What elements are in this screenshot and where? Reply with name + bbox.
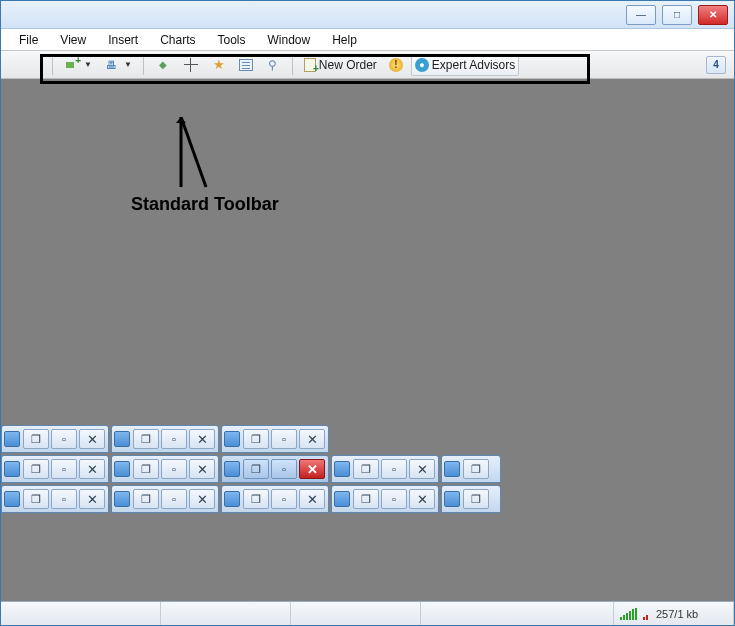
dropdown-icon: ▼ xyxy=(84,60,92,69)
child-minimize-button[interactable]: ▫ xyxy=(271,429,297,449)
strategy-tester-button[interactable]: ⚲ xyxy=(261,54,285,76)
child-minimize-button[interactable]: ▫ xyxy=(51,429,77,449)
child-restore-button[interactable]: ❐ xyxy=(243,459,269,479)
menu-charts[interactable]: Charts xyxy=(150,31,205,49)
toolbar-separator xyxy=(143,55,144,75)
favorites-button[interactable]: ★ xyxy=(207,54,231,76)
child-minimize-button[interactable]: ▫ xyxy=(161,459,187,479)
toolbar-right-badge[interactable]: 4 xyxy=(706,56,726,74)
child-minimize-button[interactable]: ▫ xyxy=(381,459,407,479)
new-order-label: New Order xyxy=(319,58,377,72)
profiles-icon: 🖶 xyxy=(104,57,120,73)
chart-window-icon xyxy=(334,491,350,507)
expert-advisors-label: Expert Advisors xyxy=(432,58,515,72)
new-order-icon xyxy=(304,58,316,72)
menu-file[interactable]: File xyxy=(9,31,48,49)
child-close-button[interactable]: ✕ xyxy=(299,459,325,479)
child-close-button[interactable]: ✕ xyxy=(299,429,325,449)
menu-help[interactable]: Help xyxy=(322,31,367,49)
child-restore-button[interactable]: ❐ xyxy=(463,459,489,479)
child-window[interactable]: ❐ ▫ ✕ xyxy=(221,485,329,513)
mdi-workspace: Standard Toolbar ❐ ▫ ✕ ❐ ▫ ✕ ❐ ▫ ✕ xyxy=(1,79,734,601)
signal-bars-icon xyxy=(620,608,637,620)
child-restore-button[interactable]: ❐ xyxy=(133,429,159,449)
child-restore-button[interactable]: ❐ xyxy=(23,459,49,479)
child-restore-button[interactable]: ❐ xyxy=(23,489,49,509)
child-window[interactable]: ❐ ▫ ✕ xyxy=(221,425,329,453)
maximize-button[interactable]: □ xyxy=(662,5,692,25)
child-window[interactable]: ❐ ▫ ✕ xyxy=(111,455,219,483)
new-order-button[interactable]: New Order xyxy=(300,54,381,76)
auto-trading-button[interactable]: ! xyxy=(385,54,407,76)
child-close-button[interactable]: ✕ xyxy=(79,489,105,509)
close-button[interactable]: ✕ xyxy=(698,5,728,25)
child-minimize-button[interactable]: ▫ xyxy=(161,489,187,509)
chart-window-icon xyxy=(444,461,460,477)
child-close-button[interactable]: ✕ xyxy=(299,489,325,509)
annotation-label: Standard Toolbar xyxy=(131,194,279,215)
market-watch-button[interactable] xyxy=(151,54,175,76)
child-minimize-button[interactable]: ▫ xyxy=(271,459,297,479)
statusbar-cell xyxy=(291,602,421,625)
crosshair-icon xyxy=(183,57,199,73)
child-restore-button[interactable]: ❐ xyxy=(133,489,159,509)
profiles-button[interactable]: 🖶 ▼ xyxy=(100,54,136,76)
expert-advisors-icon: ● xyxy=(415,58,429,72)
child-window[interactable]: ❐ ▫ ✕ xyxy=(111,485,219,513)
menubar: File View Insert Charts Tools Window Hel… xyxy=(1,29,734,51)
annotation-leader-line xyxy=(176,117,216,197)
svg-line-1 xyxy=(181,117,206,187)
child-window[interactable]: ❐ ▫ ✕ xyxy=(1,485,109,513)
child-window-active[interactable]: ❐ ▫ ✕ xyxy=(221,455,329,483)
child-close-button[interactable]: ✕ xyxy=(79,429,105,449)
statusbar-cell xyxy=(1,602,161,625)
menu-window[interactable]: Window xyxy=(258,31,321,49)
child-restore-button[interactable]: ❐ xyxy=(243,489,269,509)
child-window[interactable]: ❐ ▫ ✕ xyxy=(1,455,109,483)
chart-window-icon xyxy=(114,431,130,447)
child-window[interactable]: ❐ xyxy=(441,455,501,483)
menu-insert[interactable]: Insert xyxy=(98,31,148,49)
child-close-button[interactable]: ✕ xyxy=(189,429,215,449)
menu-view[interactable]: View xyxy=(50,31,96,49)
child-restore-button[interactable]: ❐ xyxy=(463,489,489,509)
child-restore-button[interactable]: ❐ xyxy=(243,429,269,449)
child-restore-button[interactable]: ❐ xyxy=(133,459,159,479)
new-chart-button[interactable]: ▼ xyxy=(60,54,96,76)
child-window[interactable]: ❐ xyxy=(441,485,501,513)
chart-window-icon xyxy=(114,491,130,507)
child-window[interactable]: ❐ ▫ ✕ xyxy=(1,425,109,453)
standard-toolbar-area: ▼ 🖶 ▼ ★ ⚲ N xyxy=(1,51,734,79)
child-close-button[interactable]: ✕ xyxy=(79,459,105,479)
chart-window-icon xyxy=(114,461,130,477)
chart-window-icon xyxy=(444,491,460,507)
child-minimize-button[interactable]: ▫ xyxy=(271,489,297,509)
child-window[interactable]: ❐ ▫ ✕ xyxy=(331,485,439,513)
child-restore-button[interactable]: ❐ xyxy=(353,459,379,479)
minimize-button[interactable]: — xyxy=(626,5,656,25)
statusbar-cell xyxy=(161,602,291,625)
child-restore-button[interactable]: ❐ xyxy=(23,429,49,449)
child-window[interactable]: ❐ ▫ ✕ xyxy=(111,425,219,453)
expert-advisors-button[interactable]: ● Expert Advisors xyxy=(411,54,519,76)
child-minimize-button[interactable]: ▫ xyxy=(161,429,187,449)
child-minimize-button[interactable]: ▫ xyxy=(381,489,407,509)
child-close-button[interactable]: ✕ xyxy=(409,459,435,479)
child-close-button[interactable]: ✕ xyxy=(189,489,215,509)
data-window-button[interactable] xyxy=(235,54,257,76)
app-window: — □ ✕ File View Insert Charts Tools Wind… xyxy=(0,0,735,626)
standard-toolbar: ▼ 🖶 ▼ ★ ⚲ N xyxy=(49,54,519,76)
child-window-row: ❐ ▫ ✕ ❐ ▫ ✕ ❐ ▫ ✕ xyxy=(1,425,331,453)
chart-window-icon xyxy=(224,491,240,507)
child-minimize-button[interactable]: ▫ xyxy=(51,489,77,509)
child-window[interactable]: ❐ ▫ ✕ xyxy=(331,455,439,483)
market-watch-icon xyxy=(155,57,171,73)
child-close-button[interactable]: ✕ xyxy=(189,459,215,479)
child-restore-button[interactable]: ❐ xyxy=(353,489,379,509)
menu-tools[interactable]: Tools xyxy=(208,31,256,49)
toolbar-separator xyxy=(292,55,293,75)
navigator-button[interactable] xyxy=(179,54,203,76)
child-close-button[interactable]: ✕ xyxy=(409,489,435,509)
chart-window-icon xyxy=(224,461,240,477)
child-minimize-button[interactable]: ▫ xyxy=(51,459,77,479)
